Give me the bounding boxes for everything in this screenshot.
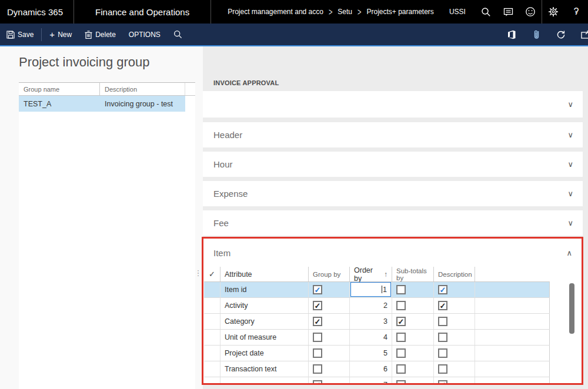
fasttab-fee[interactable]: Fee ∨ — [203, 210, 583, 236]
sub-totals-checkbox[interactable] — [396, 333, 406, 342]
row-selector-cell[interactable] — [204, 377, 220, 385]
order-by-cell[interactable]: 2 — [350, 298, 392, 313]
group-by-cell: ✓ — [309, 314, 350, 329]
order-by-cell[interactable]: 1 — [350, 282, 392, 297]
fasttab-expense[interactable]: Expense ∨ — [203, 181, 583, 206]
description-cell — [434, 346, 475, 361]
settings-gear-icon[interactable] — [542, 0, 564, 24]
sub-totals-by-cell — [392, 298, 434, 313]
order-by-cell[interactable]: 3 — [350, 314, 392, 329]
attach-paperclip-icon[interactable] — [530, 29, 543, 39]
description-checkbox[interactable] — [438, 364, 447, 374]
delete-button[interactable]: Delete — [78, 24, 122, 45]
table-row[interactable]: Project date 5 — [204, 346, 550, 361]
order-by-input[interactable]: 1 — [350, 282, 391, 297]
column-header-attribute[interactable]: Attribute — [220, 267, 309, 281]
order-by-cell[interactable]: 5 — [350, 346, 392, 361]
app-name: Dynamics 365 — [7, 7, 63, 17]
row-selector-cell[interactable] — [204, 346, 220, 361]
fasttab-label: Header — [213, 130, 242, 140]
filler-header-cell — [475, 267, 550, 281]
filler-cell — [475, 282, 550, 297]
select-all-check-icon[interactable]: ✓ — [204, 267, 220, 281]
app-launcher-button[interactable]: Dynamics 365 ∨ — [0, 0, 74, 24]
feedback-icon[interactable] — [497, 0, 519, 24]
description-cell: Invoicing group - test — [100, 96, 185, 112]
new-button[interactable]: + New — [43, 24, 78, 45]
group-by-checkbox[interactable]: ✓ — [313, 301, 322, 310]
order-by-cell[interactable]: 4 — [350, 330, 392, 345]
column-header-order-by[interactable]: Order by ↑ — [350, 267, 392, 281]
save-button[interactable]: Save — [0, 24, 40, 45]
product-name-link[interactable]: Finance and Operations — [74, 0, 211, 24]
sub-totals-checkbox[interactable] — [396, 285, 406, 294]
search-icon[interactable] — [475, 0, 497, 24]
column-header-sub-totals-by[interactable]: Sub-totals by — [392, 267, 434, 281]
fasttab-item-header[interactable]: Item ∧ — [203, 239, 582, 267]
row-selector-cell[interactable] — [204, 298, 220, 313]
column-header-group-by[interactable]: Group by — [309, 267, 350, 281]
filler-cell — [475, 314, 550, 329]
fasttab-label: Hour — [213, 159, 233, 169]
row-selector-cell[interactable] — [204, 314, 220, 329]
sub-totals-checkbox[interactable] — [396, 301, 406, 310]
group-by-checkbox[interactable] — [313, 348, 322, 358]
description-checkbox[interactable]: ✓ — [438, 380, 447, 385]
group-by-checkbox[interactable]: ✓ — [313, 380, 322, 385]
actionbar-search-icon[interactable] — [167, 24, 189, 45]
chevron-down-icon: ∨ — [567, 130, 573, 139]
description-checkbox[interactable] — [438, 348, 447, 358]
group-by-checkbox[interactable] — [313, 364, 322, 374]
description-checkbox[interactable]: ✓ — [438, 285, 447, 294]
column-header-description[interactable]: Description — [100, 83, 185, 95]
group-by-cell — [309, 346, 350, 361]
fasttab-item-expanded: Item ∧ ✓ Attribute Group by Order by ↑ S… — [202, 237, 583, 385]
fasttab-hour[interactable]: Hour ∨ — [203, 152, 583, 177]
attribute-cell: Unit of measure — [220, 330, 309, 345]
column-header-group-name[interactable]: Group name — [19, 83, 100, 95]
column-header-description[interactable]: Description — [434, 267, 475, 281]
group-by-checkbox[interactable]: ✓ — [313, 285, 322, 294]
sub-totals-checkbox[interactable] — [396, 348, 406, 358]
description-cell: ✓ — [434, 298, 475, 313]
row-selector-cell[interactable] — [204, 282, 220, 297]
vertical-scrollbar-thumb[interactable] — [569, 283, 574, 334]
description-checkbox[interactable] — [438, 317, 447, 326]
table-row[interactable]: Item id ✓ 1 ✓ — [204, 282, 550, 298]
description-checkbox[interactable]: ✓ — [438, 301, 447, 310]
chevron-right-icon: > — [329, 6, 332, 17]
fasttab-header[interactable]: Header ∨ — [203, 122, 583, 147]
breadcrumb-module[interactable]: Project management and acco — [228, 8, 323, 16]
text-cursor — [382, 286, 382, 293]
breadcrumb-section[interactable]: Setu — [338, 8, 352, 16]
refresh-icon[interactable] — [554, 30, 567, 39]
grid-row-selected[interactable]: TEST_A Invoicing group - test — [19, 96, 185, 112]
sub-totals-by-cell — [392, 346, 434, 361]
breadcrumb-page[interactable]: Projects+ parameters — [366, 8, 433, 16]
row-selector-cell[interactable] — [204, 330, 220, 345]
options-menu-button[interactable]: OPTIONS — [122, 24, 167, 45]
order-by-cell[interactable]: 7 — [350, 377, 392, 385]
sub-totals-checkbox[interactable] — [396, 380, 406, 385]
description-cell: ✓ — [434, 282, 475, 297]
smiley-feedback-icon[interactable] — [519, 0, 542, 24]
table-row[interactable]: Unit of measure 4 — [204, 330, 550, 346]
page-content: Project invoicing group Group name Descr… — [0, 46, 588, 389]
row-selector-cell[interactable] — [204, 361, 220, 377]
fasttab-blank[interactable]: ∨ — [203, 91, 583, 118]
sub-totals-checkbox[interactable]: ✓ — [396, 317, 406, 326]
order-by-cell[interactable]: 6 — [350, 361, 392, 377]
group-by-checkbox[interactable]: ✓ — [313, 317, 322, 326]
sub-totals-checkbox[interactable] — [396, 364, 406, 374]
table-row[interactable]: Category ✓ 3 ✓ — [204, 314, 550, 330]
group-by-checkbox[interactable] — [313, 333, 322, 342]
office-apps-icon[interactable] — [505, 30, 518, 39]
chevron-up-icon: ∧ — [566, 249, 572, 257]
table-row[interactable]: Activity ✓ 2 ✓ — [204, 298, 550, 314]
open-in-new-window-icon[interactable] — [579, 31, 588, 39]
panel-splitter-handle[interactable]: ⋮ — [194, 264, 202, 281]
description-checkbox[interactable] — [438, 333, 447, 342]
table-row[interactable]: ✓ 7 ✓ — [204, 377, 550, 385]
company-badge[interactable]: USSI — [449, 8, 466, 16]
table-row[interactable]: Transaction text 6 — [204, 361, 550, 377]
